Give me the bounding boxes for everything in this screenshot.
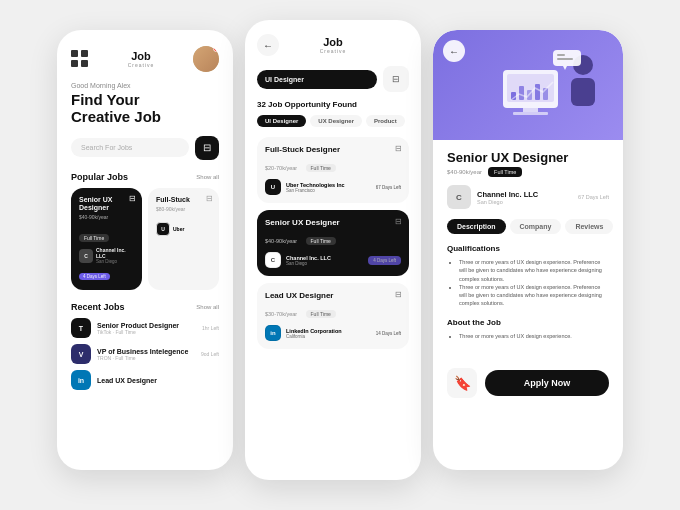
job-type-2: Full Time [306, 310, 336, 318]
app-logo-sub: Creative [128, 62, 155, 68]
pop-type: Full Time [79, 234, 109, 242]
pop-company-info-1: Uber [173, 226, 211, 232]
jc-days-0: 67 Days Left [376, 185, 401, 190]
jc-logo-1: C [265, 252, 281, 268]
recent-list: T Senior Product Designer TikTok · Full … [71, 318, 219, 390]
bookmark-icon: 🔖 [454, 375, 471, 391]
recent-days-1: 9od Left [201, 351, 219, 357]
recent-meta-0: TikTok · Full Time [97, 329, 196, 335]
s3-back-button[interactable]: ← [443, 40, 465, 62]
bookmark-icon[interactable]: ⊟ [395, 144, 402, 153]
s3-company-info: Channel Inc. LLC San Diego [477, 190, 538, 205]
s3-company-name: Channel Inc. LLC [477, 190, 538, 199]
tag-2[interactable]: Product [366, 115, 405, 127]
filter-button[interactable]: ⊟ [195, 136, 219, 160]
s3-salary: $40-90k/year [447, 169, 482, 175]
jc-days-2: 14 Days Left [376, 331, 401, 336]
qualifications-label: Qualifications [447, 244, 609, 253]
recent-info-0: Senior Product Designer TikTok · Full Ti… [97, 322, 196, 335]
pop-days-badge: 4 Days Left [79, 273, 110, 280]
tab-description[interactable]: Description [447, 219, 506, 234]
job-card-1[interactable]: ⊟ Senior UX Designer $40-90k/year Full T… [257, 210, 409, 276]
screen3-detail: ← [433, 30, 623, 470]
pop-company-info: Channel Inc. LLC San Diego [96, 247, 134, 264]
jc-loc-0: San Francisco [286, 188, 371, 193]
tabs-row: Description Company Reviews [447, 219, 609, 234]
recent-info-2: Lead UX Designer [97, 377, 219, 384]
tags-row: UI Designer UX Designer Product Mo+ [257, 115, 409, 127]
tab-company[interactable]: Company [510, 219, 562, 234]
recent-label: Recent Jobs [71, 302, 125, 312]
recent-show-all[interactable]: Show all [196, 304, 219, 310]
svg-rect-5 [519, 86, 524, 100]
recent-job-title-2: Lead UX Designer [97, 377, 219, 384]
pop-company-name: Channel Inc. LLC [96, 247, 134, 259]
jc-days-1: 4 Days Left [368, 256, 401, 265]
job-salary-1: $40-90k/year [265, 238, 297, 244]
recent-item-2[interactable]: in Lead UX Designer [71, 370, 219, 390]
recent-section-header: Recent Jobs Show all [71, 302, 219, 312]
job-salary-0: $20-70k/year [265, 165, 297, 171]
jc-logo-2: in [265, 325, 281, 341]
svg-marker-12 [563, 66, 567, 70]
popular-card-0[interactable]: ⊟ Senior UX Designer $40-90k/year Full T… [71, 188, 142, 291]
recent-item-1[interactable]: V VP of Business Intelegence TRON · Full… [71, 344, 219, 364]
menu-icon[interactable] [71, 50, 89, 68]
screen1-home: Job Creative Good Morning Alex Find Your… [57, 30, 233, 470]
back-button[interactable]: ← [257, 34, 279, 56]
job-meta-1: $40-90k/year Full Time [265, 229, 401, 247]
pop-company-name-1: Uber [173, 226, 211, 232]
job-title-2: Lead UX Designer [265, 291, 401, 300]
greeting-text: Good Morning Alex [71, 82, 219, 89]
bookmark-icon[interactable]: ⊟ [395, 290, 402, 299]
job-meta-2: $30-70k/year Full Time [265, 302, 401, 320]
about-label: About the Job [447, 318, 609, 327]
about-0: Three or more years of UX design experie… [459, 332, 609, 340]
avatar[interactable] [193, 46, 219, 72]
job-salary-2: $30-70k/year [265, 311, 297, 317]
recent-logo-2: in [71, 370, 91, 390]
job-card-2[interactable]: ⊟ Lead UX Designer $30-70k/year Full Tim… [257, 283, 409, 349]
results-count: 32 Job Opportunity Found [257, 100, 409, 109]
pop-job-title: Senior UX Designer [79, 196, 134, 213]
bookmark-icon[interactable]: ⊟ [395, 217, 402, 226]
job-card-0[interactable]: ⊟ Full-Stuck Designer $20-70k/year Full … [257, 137, 409, 203]
pop-salary: $40-90k/year [79, 214, 134, 220]
popular-grid: ⊟ Senior UX Designer $40-90k/year Full T… [71, 188, 219, 291]
screens-container: Job Creative Good Morning Alex Find Your… [37, 10, 643, 500]
s3-job-title: Senior UX Designer [447, 150, 609, 165]
s3-footer: 🔖 Apply Now [433, 368, 623, 398]
job-type-1: Full Time [306, 237, 336, 245]
bookmark-icon[interactable]: ⊟ [206, 194, 213, 203]
pop-company-logo: C [79, 249, 93, 263]
tag-1[interactable]: UX Designer [310, 115, 362, 127]
svg-rect-10 [571, 78, 595, 106]
job-type-0: Full Time [306, 164, 336, 172]
s3-hero-banner: ← [433, 30, 623, 140]
svg-rect-2 [523, 108, 538, 112]
s2-filter-button[interactable]: ⊟ [383, 66, 409, 92]
job-company-row-1: C Channel Inc. LLC San Diego 4 Days Left [265, 252, 401, 268]
bookmark-icon[interactable]: ⊟ [129, 194, 136, 203]
tag-0[interactable]: UI Designer [257, 115, 306, 127]
s2-header: ← Job Creative [257, 34, 409, 56]
popular-card-1[interactable]: ⊟ Full-Stuck $80-90k/year U Uber [148, 188, 219, 291]
s3-content: Senior UX Designer $40-90k/year Full Tim… [433, 140, 623, 360]
job-list: ⊟ Full-Stuck Designer $20-70k/year Full … [257, 137, 409, 349]
apply-button[interactable]: Apply Now [485, 370, 609, 396]
job-company-row-0: U Uber Technologies Inc San Francisco 67… [265, 179, 401, 195]
s3-bookmark-button[interactable]: 🔖 [447, 368, 477, 398]
recent-item-0[interactable]: T Senior Product Designer TikTok · Full … [71, 318, 219, 338]
s3-type: Full Time [488, 167, 522, 177]
s2-search-input[interactable]: UI Designer [257, 70, 377, 89]
hero-illustration [483, 40, 613, 130]
app-logo-name: Job [128, 51, 155, 62]
search-input[interactable]: Search For Jobs [71, 138, 189, 157]
s2-app-sub: Creative [320, 48, 347, 54]
recent-job-title-1: VP of Business Intelegence [97, 348, 195, 355]
popular-show-all[interactable]: Show all [196, 174, 219, 180]
s2-search-row: UI Designer ⊟ [257, 66, 409, 92]
svg-rect-14 [557, 58, 573, 60]
tab-reviews[interactable]: Reviews [565, 219, 613, 234]
job-title-1: Senior UX Designer [265, 218, 401, 227]
